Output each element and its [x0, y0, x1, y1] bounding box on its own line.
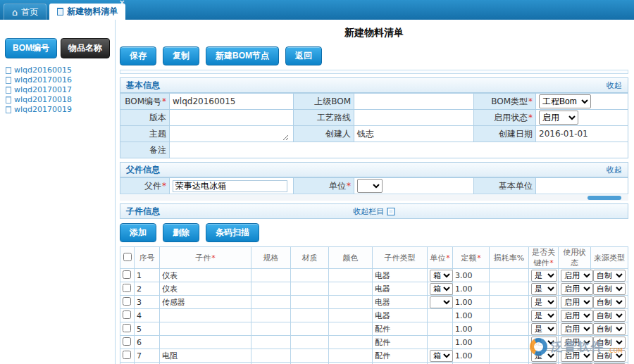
tree-item[interactable]: wlqd20170017 [6, 85, 109, 94]
delete-row-button[interactable]: 删除 [163, 223, 199, 242]
source-select[interactable]: 自制 [593, 283, 626, 295]
status-select[interactable]: 启用 [561, 270, 593, 282]
row-checkbox[interactable] [123, 310, 131, 319]
table-row: 1 仪表 电器 箱 3.00 是 启用 自制 [120, 269, 628, 282]
cell-spec [251, 296, 291, 309]
tree-item[interactable]: wlqd20170016 [6, 75, 109, 84]
back-button[interactable]: 返回 [285, 46, 322, 65]
create-date-value: 2016-01-01 [536, 126, 628, 142]
barcode-scan-button[interactable]: 条码扫描 [206, 223, 259, 242]
header-quota: 定额* [453, 247, 490, 269]
bom-no-label: BOM编号* [120, 94, 170, 110]
cell-spec [251, 282, 291, 296]
tree-item-label: wlqd20160015 [14, 65, 72, 75]
parent-info-collapse-link[interactable]: 收起 [607, 165, 622, 175]
cell-source: 自制 [591, 322, 628, 336]
parent-info-title: 父件信息 [126, 164, 160, 176]
row-check-cell [120, 269, 135, 282]
cell-status: 启用 [559, 309, 591, 322]
tree-item-label: wlqd20170016 [14, 75, 72, 84]
status-select[interactable]: 启用 [561, 323, 593, 335]
cell-material [291, 336, 329, 349]
cell-color [329, 296, 373, 309]
tree-item-label: wlqd20170019 [14, 105, 72, 114]
version-label: 版本 [120, 110, 170, 126]
unit-select[interactable]: 箱 [430, 350, 453, 362]
cell-unit [428, 296, 453, 309]
status-select[interactable]: 启用 [561, 296, 593, 308]
horizontal-scrollbar-thumb[interactable] [588, 196, 621, 200]
row-checkbox[interactable] [123, 270, 131, 279]
key-select[interactable]: 是 [531, 296, 557, 308]
collapse-columns-link[interactable]: 收起栏目 [354, 206, 395, 217]
tree-item[interactable]: wlqd20170019 [6, 105, 109, 114]
sidebar-toggle-buttons: BOM编号 物品名称 [0, 38, 115, 64]
main-toolbar: 保存 复制 新建BOM节点 返回 [120, 46, 628, 65]
key-select[interactable]: 是 [531, 283, 557, 295]
cell-seq: 2 [135, 282, 160, 296]
source-select[interactable]: 自制 [593, 296, 626, 308]
cell-unit [428, 336, 453, 349]
source-select[interactable]: 自制 [593, 323, 626, 335]
unit-select[interactable]: 箱 [430, 283, 453, 295]
new-bom-node-button[interactable]: 新建BOM节点 [206, 46, 279, 65]
close-tab-icon[interactable]: × [119, 0, 125, 6]
table-row: 4 电器 1.00 是 启用 自制 [120, 309, 628, 322]
required-mark: * [162, 181, 166, 191]
status-select[interactable]: 启用 [561, 283, 593, 295]
cell-loss [490, 282, 529, 296]
item-name-button[interactable]: 物品名称 [61, 38, 110, 58]
key-select[interactable]: 是 [531, 323, 557, 335]
file-icon [6, 77, 11, 84]
row-check-cell [120, 349, 135, 363]
header-material: 材质 [291, 247, 329, 269]
row-checkbox[interactable] [123, 351, 131, 359]
select-all-checkbox[interactable] [123, 253, 132, 261]
unit-select[interactable]: 箱 [430, 270, 453, 282]
enable-status-select[interactable]: 启用 [539, 111, 578, 125]
file-icon [6, 106, 11, 113]
create-date-label: 创建日期 [474, 126, 536, 142]
tree-item[interactable]: wlqd20170018 [6, 95, 109, 104]
row-check-cell [120, 282, 135, 296]
vendor-watermark: 泛普软件 .COM [530, 338, 623, 356]
basic-info-collapse-link[interactable]: 收起 [607, 80, 622, 91]
add-row-button[interactable]: 添加 [120, 223, 156, 242]
row-checkbox[interactable] [123, 284, 131, 292]
header-spec: 规格 [251, 247, 291, 269]
cell-seq: 3 [135, 296, 160, 309]
copy-button[interactable]: 复制 [163, 46, 199, 65]
tab-new-bom[interactable]: 新建物料清单 × [49, 4, 125, 20]
bom-number-button[interactable]: BOM编号 [5, 38, 57, 58]
cell-spec [251, 269, 291, 282]
tab-home[interactable]: ⌂ 首页 [4, 4, 46, 20]
bom-type-select[interactable]: 工程Bom [539, 94, 591, 108]
tree-item[interactable]: wlqd20160015 [6, 65, 109, 75]
base-unit-value [536, 178, 628, 194]
basic-info-table: BOM编号* wlqd20160015 上级BOM BOM类型* 工程Bom 版… [120, 93, 628, 158]
key-select[interactable]: 是 [531, 310, 557, 322]
cell-key: 是 [529, 296, 559, 309]
cell-name: 仪表 [160, 269, 251, 282]
row-checkbox[interactable] [123, 337, 131, 346]
source-select[interactable]: 自制 [593, 310, 626, 322]
table-row: 2 仪表 电器 箱 1.00 是 启用 自制 [120, 282, 628, 296]
cell-name [160, 336, 251, 349]
row-checkbox[interactable] [123, 297, 131, 306]
key-select[interactable]: 是 [531, 270, 557, 282]
subject-textarea[interactable] [173, 127, 289, 141]
cell-loss [490, 269, 529, 282]
cell-material [291, 309, 329, 322]
unit-select[interactable] [430, 296, 453, 308]
save-button[interactable]: 保存 [120, 46, 156, 65]
main-panel: 新建物料清单 保存 复制 新建BOM节点 返回 基本信息 收起 BOM编号* w… [116, 20, 634, 364]
cell-name: 电阻 [160, 349, 251, 363]
parent-unit-select[interactable] [357, 179, 383, 193]
parent-item-input[interactable] [173, 180, 287, 192]
cell-seq: 7 [135, 349, 160, 363]
cell-unit: 箱 [428, 349, 453, 363]
row-checkbox[interactable] [123, 324, 131, 332]
cell-unit: 箱 [428, 282, 453, 296]
source-select[interactable]: 自制 [593, 270, 626, 282]
status-select[interactable]: 启用 [561, 310, 593, 322]
